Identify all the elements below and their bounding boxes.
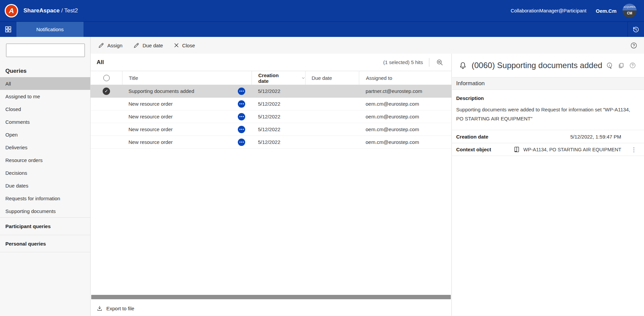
- notifications-list-pane: All (1 selected) 5 hits Title: [91, 54, 452, 316]
- column-creation-date-label: Creation date: [258, 72, 284, 84]
- row-actions-button[interactable]: [238, 139, 245, 146]
- table-header-select-cell: [91, 75, 122, 81]
- row-assigned-to: oem.cm@eurostep.com: [359, 126, 451, 132]
- divider: [429, 58, 429, 67]
- row-actions-cell: [231, 126, 252, 133]
- row-select-cell[interactable]: ✓: [91, 88, 122, 95]
- sidebar-query-item[interactable]: Supporting documents: [0, 205, 90, 217]
- sidebar-query-item[interactable]: Decisions: [0, 166, 90, 179]
- row-creation-date: 5/12/2022: [252, 126, 305, 132]
- context-object-row: Context object WP-A1134, PO STARTING AIR…: [452, 143, 644, 156]
- query-list: All Assigned to me Closed Comments Open: [0, 77, 90, 217]
- sidebar-query-label: Requests for information: [5, 196, 60, 201]
- column-creation-date[interactable]: Creation date: [252, 71, 305, 85]
- table-row[interactable]: ✓ New resource order 5/12/2022 oem.cm@eu…: [91, 136, 451, 149]
- row-select-cell[interactable]: ✓: [91, 100, 122, 108]
- sidebar-query-label: Supporting documents: [5, 208, 56, 214]
- pencil-icon: [133, 42, 140, 49]
- detail-help-button[interactable]: [629, 62, 636, 69]
- sidebar-query-item[interactable]: Comments: [0, 115, 90, 128]
- column-assigned-to[interactable]: Assigned to: [359, 71, 451, 85]
- list-header: All (1 selected) 5 hits: [91, 54, 451, 71]
- tab-notifications[interactable]: Notifications: [16, 22, 84, 37]
- column-title[interactable]: Title: [122, 71, 231, 85]
- grid-icon: [5, 26, 12, 33]
- row-actions-button[interactable]: [238, 113, 245, 120]
- sidebar-query-label: Comments: [5, 119, 30, 125]
- scrollbar-thumb[interactable]: [91, 295, 451, 299]
- selected-check-icon: ✓: [103, 88, 110, 95]
- row-actions-button[interactable]: [238, 126, 245, 133]
- sidebar-search-input[interactable]: [6, 44, 85, 57]
- selection-status: (1 selected) 5 hits: [383, 59, 423, 65]
- avatar[interactable]: ACQUIREM CM: [623, 4, 637, 18]
- shareaspace-logo-icon[interactable]: A: [5, 4, 18, 17]
- top-bar: A ShareAspace / Test2 CollaborationManag…: [0, 0, 644, 21]
- row-creation-date: 5/12/2022: [252, 114, 305, 119]
- row-select-cell[interactable]: ✓: [91, 139, 122, 146]
- table-row[interactable]: ✓ New resource order 5/12/2022 oem.cm@eu…: [91, 110, 451, 123]
- list-title: All: [97, 59, 104, 66]
- table-row[interactable]: ✓ New resource order 5/12/2022 oem.cm@eu…: [91, 98, 451, 110]
- queries-heading: Queries: [5, 68, 90, 74]
- sidebar-query-item[interactable]: Requests for information: [0, 192, 90, 205]
- creation-date-row: Creation date 5/12/2022, 1:59:47 PM: [452, 130, 644, 143]
- sidebar-query-item[interactable]: All: [0, 77, 90, 90]
- chevron-down-icon: [302, 76, 305, 80]
- row-select-cell[interactable]: ✓: [91, 126, 122, 133]
- context-menu-button[interactable]: ⋮: [631, 147, 637, 152]
- sidebar: Queries All Assigned to me Closed Commen…: [0, 37, 91, 316]
- row-title: New resource order: [122, 114, 231, 119]
- row-assigned-to: oem.cm@eurostep.com: [359, 101, 451, 107]
- assign-button[interactable]: Assign: [93, 40, 128, 51]
- brand-area: A ShareAspace / Test2: [5, 4, 78, 17]
- row-title: Supporting documents added: [122, 88, 231, 94]
- export-button[interactable]: Export to file: [91, 305, 134, 311]
- row-select-cell[interactable]: ✓: [91, 113, 122, 120]
- select-all-radio[interactable]: [103, 75, 110, 81]
- export-label: Export to file: [106, 306, 134, 311]
- info-button[interactable]: [606, 62, 613, 69]
- app-launcher-button[interactable]: [0, 22, 16, 37]
- list-footer: Export to file: [91, 301, 451, 316]
- sidebar-query-item[interactable]: Open: [0, 128, 90, 141]
- row-actions-cell: [231, 100, 252, 108]
- context-object-label: Context object: [456, 147, 491, 152]
- sidebar-group-header[interactable]: Personal queries: [0, 235, 90, 252]
- toolbar-help-button[interactable]: [628, 40, 639, 51]
- table-row[interactable]: ✓ New resource order 5/12/2022 oem.cm@eu…: [91, 123, 451, 136]
- close-button[interactable]: Close: [168, 40, 200, 51]
- row-actions-button[interactable]: [238, 100, 245, 108]
- account-name: Oem.Cm: [596, 8, 616, 14]
- history-button[interactable]: [632, 26, 640, 33]
- copy-button[interactable]: [618, 62, 624, 69]
- table-row[interactable]: ✓ Supporting documents added 5/12/2022 p…: [91, 85, 451, 98]
- sidebar-query-item[interactable]: Deliveries: [0, 141, 90, 154]
- book-icon: [514, 146, 520, 153]
- table-header: Title Creation date Due date Assigned to: [91, 71, 451, 85]
- sidebar-query-item[interactable]: Assigned to me: [0, 90, 90, 103]
- due-date-label: Due date: [143, 43, 163, 48]
- search-in-results-button[interactable]: [435, 58, 444, 67]
- row-actions-button[interactable]: [238, 88, 245, 95]
- sidebar-query-item[interactable]: Closed: [0, 103, 90, 115]
- query-group-list: Participant queries Personal queries: [0, 217, 90, 252]
- history-icon: [632, 26, 640, 33]
- sidebar-query-label: Resource orders: [5, 157, 43, 163]
- avatar-top-text: ACQUIREM: [623, 4, 637, 10]
- context-object-value[interactable]: WP-A1134, PO STARTING AIR EQUIPMENT: [514, 146, 621, 153]
- sidebar-group-header[interactable]: Participant queries: [0, 217, 90, 235]
- sidebar-query-item[interactable]: Due dates: [0, 179, 90, 192]
- column-due-date[interactable]: Due date: [305, 71, 359, 85]
- sidebar-query-label: Closed: [5, 106, 21, 112]
- user-role-label: CollaborationManager@Participant: [511, 8, 586, 13]
- nav-right-section: [628, 22, 644, 37]
- table-body: ✓ Supporting documents added 5/12/2022 p…: [91, 85, 451, 149]
- sidebar-query-item[interactable]: Resource orders: [0, 154, 90, 166]
- breadcrumb-separator: /: [60, 7, 64, 14]
- horizontal-scrollbar[interactable]: [91, 295, 451, 299]
- row-title: New resource order: [122, 139, 231, 145]
- row-title: New resource order: [122, 101, 231, 107]
- sidebar-query-label: Deliveries: [5, 145, 28, 150]
- due-date-button[interactable]: Due date: [128, 40, 168, 51]
